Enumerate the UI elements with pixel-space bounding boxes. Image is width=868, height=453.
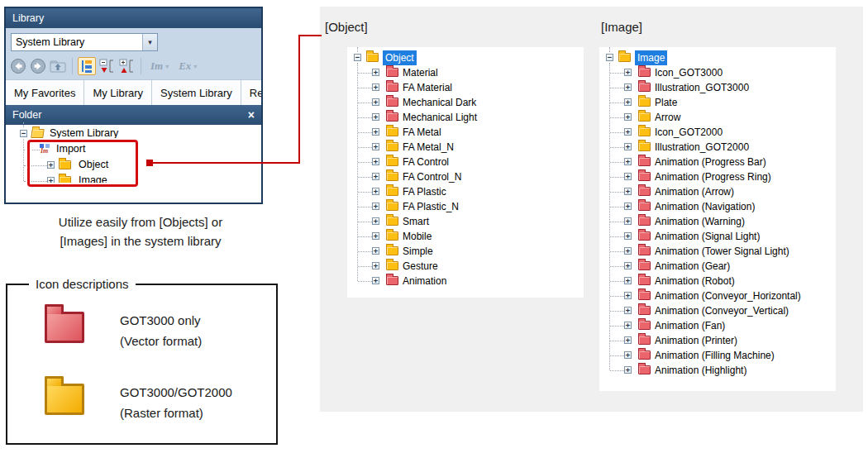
tree-node-fa-plastic-n[interactable]: +FA Plastic_N — [347, 199, 584, 214]
close-icon[interactable]: × — [248, 105, 255, 125]
tree-node-fa-metal-n[interactable]: +FA Metal_N — [347, 140, 584, 155]
tree-node-animation-progress-ring[interactable]: +Animation (Progress Ring) — [599, 169, 836, 184]
expand-box[interactable]: + — [372, 262, 379, 269]
expand-box[interactable]: + — [624, 292, 632, 299]
tree-node-animation-signal-light[interactable]: +Animation (Signal Light) — [599, 229, 836, 244]
tree-node-icon-got3000[interactable]: +Icon_GOT3000 — [599, 65, 836, 80]
expand-box[interactable]: + — [372, 69, 379, 76]
tree-node-plate[interactable]: +Plate — [599, 95, 836, 110]
expand-box[interactable]: + — [372, 277, 379, 284]
expand-box[interactable]: + — [624, 203, 632, 210]
expand-box[interactable]: + — [624, 188, 632, 195]
tree-node-label: Gesture — [403, 259, 438, 274]
tree-node-animation-conveyor-horizontal[interactable]: +Animation (Conveyor_Horizontal) — [599, 288, 836, 303]
tree-node-label: FA Plastic — [403, 184, 446, 199]
collapse-all-button[interactable] — [98, 57, 116, 75]
expand-box[interactable]: + — [624, 83, 632, 91]
expand-box[interactable]: + — [624, 232, 632, 240]
expand-box[interactable]: + — [372, 128, 379, 136]
tree-node-fa-control-n[interactable]: +FA Control_N — [347, 169, 584, 184]
expand-box[interactable]: + — [372, 98, 379, 106]
expand-box[interactable]: + — [624, 336, 632, 344]
collapse-box[interactable]: − — [606, 54, 613, 61]
tree-node-label: Smart — [403, 214, 429, 229]
tree-node-gesture[interactable]: +Gesture — [347, 259, 584, 274]
expand-box[interactable]: + — [624, 247, 632, 255]
library-combo[interactable]: System Library ▾ — [11, 33, 158, 51]
tree-view-button[interactable] — [78, 57, 96, 75]
collapse-box[interactable]: − — [354, 54, 361, 61]
folder-red-icon — [638, 321, 651, 330]
expand-box[interactable]: + — [372, 203, 379, 210]
tree-node-mobile[interactable]: +Mobile — [347, 229, 584, 244]
tree-node-animation-navigation[interactable]: +Animation (Navigation) — [599, 199, 836, 214]
expand-box[interactable]: + — [624, 143, 632, 150]
tree-node-arrow[interactable]: +Arrow — [599, 110, 836, 125]
expand-box[interactable]: + — [372, 188, 379, 195]
tree-node-animation-robot[interactable]: +Animation (Robot) — [599, 274, 836, 288]
back-button[interactable] — [9, 57, 27, 75]
forward-button[interactable] — [29, 57, 47, 75]
expand-box[interactable]: + — [624, 113, 632, 121]
tree-node-label: Illustration_GOT2000 — [655, 140, 749, 155]
tree-node-animation-gear[interactable]: +Animation (Gear) — [599, 259, 836, 274]
expand-all-button[interactable] — [117, 57, 136, 75]
tree-node-animation-arrow[interactable]: +Animation (Arrow) — [599, 184, 836, 199]
tab-system-library[interactable]: System Library — [152, 80, 241, 106]
tree-node-animation-warning[interactable]: +Animation (Warning) — [599, 214, 836, 229]
expand-box[interactable]: + — [372, 232, 379, 240]
tree-node-label: Mechanical Dark — [403, 95, 476, 110]
expand-box[interactable]: + — [624, 277, 632, 284]
tree-node-smart[interactable]: +Smart — [347, 214, 584, 229]
tree-node-mechanical-dark[interactable]: +Mechanical Dark — [347, 95, 584, 110]
tree-node-mechanical-light[interactable]: +Mechanical Light — [347, 110, 584, 125]
expand-box[interactable]: + — [624, 217, 632, 225]
expand-box[interactable]: + — [372, 143, 379, 150]
tree-node-animation-printer[interactable]: +Animation (Printer) — [599, 333, 836, 348]
tree-node-fa-plastic[interactable]: +FA Plastic — [347, 184, 584, 199]
tree-node-animation-conveyor-vertical[interactable]: +Animation (Conveyor_Vertical) — [599, 303, 836, 318]
expand-box[interactable]: + — [624, 366, 632, 374]
expand-box[interactable]: + — [624, 128, 632, 136]
tree-node-animation-fan[interactable]: +Animation (Fan) — [599, 318, 836, 333]
tree-node-fa-control[interactable]: +FA Control — [347, 155, 584, 169]
tree-node-illustration-got2000[interactable]: +Illustration_GOT2000 — [599, 140, 836, 155]
expand-box[interactable]: + — [372, 173, 379, 180]
tree-node-icon-got2000[interactable]: +Icon_GOT2000 — [599, 125, 836, 140]
expand-box[interactable]: + — [624, 158, 632, 165]
expand-box[interactable]: + — [624, 307, 632, 314]
tree-node-image[interactable]: −Image — [599, 50, 836, 65]
tree-node-simple[interactable]: +Simple — [347, 244, 584, 259]
expand-box[interactable]: + — [624, 69, 632, 76]
tree-node-fa-material[interactable]: +FA Material — [347, 80, 584, 95]
expand-box[interactable]: + — [372, 113, 379, 121]
export-button[interactable]: Ex ▾ — [174, 60, 201, 73]
tree-node-animation[interactable]: +Animation — [347, 274, 584, 288]
expand-box[interactable]: + — [372, 158, 379, 165]
expand-box[interactable]: + — [372, 83, 379, 91]
tree-node-animation-filling-machine[interactable]: +Animation (Filling Machine) — [599, 348, 836, 363]
tree-node-illustration-got3000[interactable]: +Illustration_GOT3000 — [599, 80, 836, 95]
expand-box[interactable]: + — [624, 322, 632, 329]
expand-box[interactable]: + — [624, 262, 632, 269]
tree-node-animation-tower-signal-light[interactable]: +Animation (Tower Signal Light) — [599, 244, 836, 259]
tree-node-object[interactable]: −Object — [347, 50, 584, 65]
collapse-box[interactable]: − — [20, 130, 27, 137]
expand-box[interactable]: + — [624, 173, 632, 180]
tab-rec[interactable]: Rec — [241, 80, 261, 106]
expand-box[interactable]: + — [624, 98, 632, 106]
chevron-down-icon[interactable]: ▾ — [142, 34, 157, 50]
expand-box[interactable]: + — [624, 351, 632, 359]
tab-my-library[interactable]: My Library — [84, 80, 152, 106]
tree-node-label: Image — [635, 50, 667, 65]
expand-box[interactable]: + — [372, 217, 379, 225]
tree-node-material[interactable]: +Material — [347, 65, 584, 80]
tree-node-animation-highlight[interactable]: +Animation (Highlight) — [599, 363, 836, 378]
import-button[interactable]: Im ▾ — [146, 60, 173, 73]
tree-node-animation-progress-bar[interactable]: +Animation (Progress Bar) — [599, 155, 836, 169]
tree-node-fa-metal[interactable]: +FA Metal — [347, 125, 584, 140]
expand-box[interactable]: + — [372, 247, 379, 255]
tree-node-label: Object — [383, 50, 417, 65]
tab-my-favorites[interactable]: My Favorites — [6, 80, 84, 106]
up-folder-button[interactable] — [49, 57, 67, 75]
